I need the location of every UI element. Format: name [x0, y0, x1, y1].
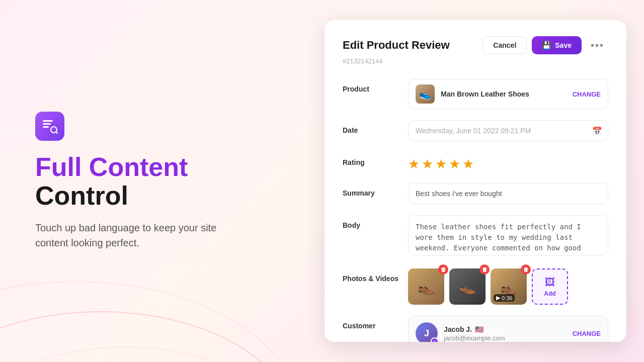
photos-videos-row: Photos & Videos 👞 🗑 👞 [343, 268, 608, 305]
date-field: 📅 [408, 120, 608, 141]
star-5[interactable]: ★ [462, 156, 474, 172]
edit-product-review-card: Edit Product Review Cancel 💾 Save ••• #2… [325, 20, 626, 342]
avatar-wrap: J ✓ [416, 322, 438, 342]
photos-videos-field: 👞 🗑 👞 🗑 👞 [408, 268, 608, 305]
summary-field-wrap [408, 183, 608, 204]
body-textarea[interactable]: These leather shoes fit perfectly and I … [408, 215, 608, 255]
product-field: 👟 Man Brown Leather Shoes CHANGE [408, 79, 608, 109]
media-item-1: 👞 🗑 [408, 268, 444, 305]
customer-flag: 🇺🇸 [475, 325, 484, 333]
svg-point-2 [0, 282, 297, 362]
star-4[interactable]: ★ [449, 156, 460, 172]
save-button[interactable]: 💾 Save [532, 36, 582, 54]
product-thumbnail: 👟 [416, 84, 435, 104]
purple-text: Full Content [35, 152, 188, 182]
save-icon: 💾 [542, 41, 551, 50]
header-actions: Cancel 💾 Save ••• [482, 36, 608, 54]
svg-line-7 [56, 132, 58, 133]
star-rating[interactable]: ★ ★ ★ ★ ★ [408, 152, 608, 172]
svg-rect-3 [43, 120, 53, 122]
summary-input[interactable] [408, 183, 608, 204]
video-duration-badge: ▶ 0:36 [494, 294, 515, 302]
add-media-label: Add [544, 290, 555, 297]
logo-icon [35, 112, 64, 141]
card-title: Edit Product Review [343, 39, 450, 52]
media-delete-2[interactable]: 🗑 [479, 264, 490, 275]
left-panel: Full Content Control Touch up bad langua… [0, 81, 322, 281]
card-id: #2132142144 [343, 57, 608, 65]
svg-rect-4 [43, 123, 51, 125]
product-row: Product 👟 Man Brown Leather Shoes CHANGE [343, 79, 608, 109]
more-options-button[interactable]: ••• [587, 38, 608, 53]
customer-row: Customer J ✓ Jacob J. 🇺🇸 jac [343, 316, 608, 342]
add-media-icon: 🖼 [545, 277, 555, 288]
date-row: Date 📅 [343, 120, 608, 141]
body-row: Body These leather shoes fit perfectly a… [343, 215, 608, 257]
product-info: 👟 Man Brown Leather Shoes [416, 84, 529, 104]
right-panel: Edit Product Review Cancel 💾 Save ••• #2… [322, 10, 644, 352]
product-selector[interactable]: 👟 Man Brown Leather Shoes CHANGE [408, 79, 608, 109]
body-field-wrap: These leather shoes fit perfectly and I … [408, 215, 608, 257]
star-3[interactable]: ★ [435, 156, 447, 172]
rating-label: Rating [343, 152, 408, 172]
date-field-wrap: 📅 [408, 120, 608, 141]
media-item-2: 👞 🗑 [449, 268, 486, 305]
video-duration: 0:36 [502, 295, 512, 301]
media-thumb-1: 👞 [408, 268, 444, 305]
rating-row: Rating ★ ★ ★ ★ ★ [343, 152, 608, 172]
card-header: Edit Product Review Cancel 💾 Save ••• [343, 36, 608, 54]
video-play-icon: ▶ [496, 295, 500, 301]
hero-subtitle: Touch up bad language to keep your site … [35, 220, 247, 250]
media-thumb-2: 👞 [449, 268, 486, 305]
photos-videos-label: Photos & Videos [343, 268, 408, 305]
body-label: Body [343, 215, 408, 257]
svg-point-0 [0, 312, 292, 362]
media-delete-1[interactable]: 🗑 [438, 264, 448, 275]
rating-field: ★ ★ ★ ★ ★ [408, 152, 608, 172]
customer-info: J ✓ Jacob J. 🇺🇸 jacob@example.com [416, 322, 505, 342]
date-input[interactable] [408, 120, 608, 141]
verified-badge: ✓ [431, 337, 439, 342]
date-label: Date [343, 120, 408, 141]
customer-field: J ✓ Jacob J. 🇺🇸 jacob@example.com CHANGE [408, 316, 608, 342]
summary-label: Summary [343, 183, 408, 204]
add-media-button[interactable]: 🖼 Add [532, 268, 568, 305]
summary-row: Summary [343, 183, 608, 204]
customer-name: Jacob J. 🇺🇸 [444, 325, 505, 333]
calendar-icon[interactable]: 📅 [592, 126, 602, 136]
cancel-button[interactable]: Cancel [482, 36, 527, 54]
product-change-link[interactable]: CHANGE [573, 90, 601, 98]
svg-point-1 [0, 347, 287, 362]
media-grid: 👞 🗑 👞 🗑 👞 [408, 268, 608, 305]
media-item-3: 👞 🗑 ▶ 0:36 [491, 268, 527, 305]
customer-details: Jacob J. 🇺🇸 jacob@example.com [444, 325, 505, 342]
star-2[interactable]: ★ [422, 156, 433, 172]
hero-title: Full Content Control [35, 153, 287, 210]
product-name: Man Brown Leather Shoes [441, 90, 529, 98]
product-label: Product [343, 79, 408, 109]
customer-selector[interactable]: J ✓ Jacob J. 🇺🇸 jacob@example.com CHANGE [408, 316, 608, 342]
svg-rect-5 [43, 126, 49, 128]
customer-email: jacob@example.com [444, 334, 505, 342]
customer-change-link[interactable]: CHANGE [573, 330, 601, 337]
media-delete-3[interactable]: 🗑 [521, 264, 531, 275]
customer-label: Customer [343, 316, 408, 342]
star-1[interactable]: ★ [408, 156, 420, 172]
